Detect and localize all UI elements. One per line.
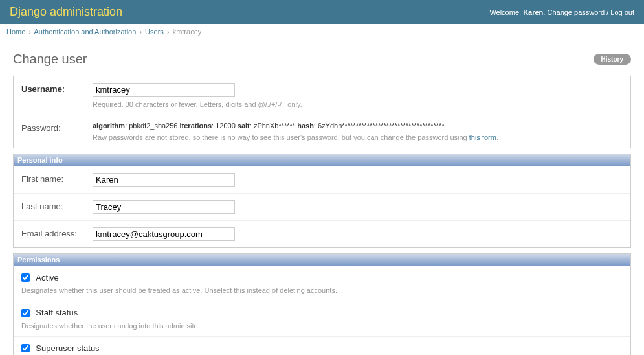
password-iterations-value: : 12000 [212,122,238,130]
active-checkbox[interactable] [21,273,30,282]
email-input[interactable] [93,227,235,241]
personal-info-heading: Personal info [14,154,630,166]
first-name-input[interactable] [93,173,235,187]
breadcrumb-auth[interactable]: Authentication and Authorization [34,28,137,36]
password-salt-label: salt [238,122,250,130]
user-tools: Welcome, Karen. Change password / Log ou… [489,8,634,16]
row-active: Active Designates whether this user shou… [14,266,630,301]
module-main: Username: Required. 30 characters or few… [13,76,631,148]
row-superuser: Superuser status Designates that this us… [14,337,630,355]
username-label: Username: [21,83,93,94]
row-password: Password: algorithm: pbkdf2_sha256 itera… [14,115,630,148]
breadcrumb-sep: › [28,28,31,36]
breadcrumb-sep: › [167,28,170,36]
staff-checkbox[interactable] [21,309,30,317]
content: Change user History Username: Required. … [0,40,644,355]
permissions-heading: Permissions [14,254,630,266]
active-help: Designates whether this user should be t… [21,286,623,294]
password-algorithm-value: : pbkdf2_sha256 [125,122,179,130]
logout-link[interactable]: Log out [610,8,634,16]
breadcrumb-current: kmtracey [173,28,202,36]
breadcrumb-users[interactable]: Users [145,28,164,36]
row-email: Email address: [14,221,630,247]
row-username: Username: Required. 30 characters or few… [14,76,630,115]
password-form-link[interactable]: this form [469,133,496,141]
username-help: Required. 30 characters or fewer. Letter… [93,100,623,108]
row-staff: Staff status Designates whether the user… [14,301,630,336]
breadcrumb-sep: › [139,28,142,36]
current-user: Karen [523,8,543,16]
password-help-prefix: Raw passwords are not stored, so there i… [93,133,469,141]
user-tools-sep: / [605,8,610,16]
header-bar: Django administration Welcome, Karen. Ch… [0,0,644,24]
history-button[interactable]: History [594,54,631,65]
password-iterations-label: iterations [180,122,212,130]
row-first-name: First name: [14,166,630,194]
active-label[interactable]: Active [36,273,58,282]
password-salt-value: : zPhnXb****** [250,122,297,130]
breadcrumb: Home › Authentication and Authorization … [0,24,644,40]
last-name-input[interactable] [93,200,235,214]
password-label: Password: [21,122,93,133]
content-header: Change user History [13,52,631,67]
password-hash-value: : 6zYdhn********************************… [314,122,445,130]
change-password-link[interactable]: Change password [547,8,605,16]
superuser-label[interactable]: Superuser status [36,343,99,353]
password-hash-label: hash [297,122,314,130]
object-tools: History [594,54,631,65]
last-name-label: Last name: [21,200,93,211]
password-help: Raw passwords are not stored, so there i… [93,133,623,141]
module-permissions: Permissions Active Designates whether th… [13,253,631,355]
welcome-prefix: Welcome, [489,8,523,16]
password-help-suffix: . [496,133,498,141]
email-label: Email address: [21,227,93,238]
module-personal-info: Personal info First name: Last name: Ema… [13,154,631,248]
site-title: Django administration [10,5,122,19]
superuser-checkbox[interactable] [21,344,30,352]
staff-help: Designates whether the user can log into… [21,322,623,330]
password-algorithm-label: algorithm [93,122,125,130]
first-name-label: First name: [21,173,93,184]
breadcrumb-home[interactable]: Home [6,28,25,36]
password-display: algorithm: pbkdf2_sha256 iterations: 120… [93,122,623,130]
row-last-name: Last name: [14,194,630,221]
username-input[interactable] [93,83,235,97]
page-title: Change user [13,52,87,67]
staff-label[interactable]: Staff status [36,308,78,318]
